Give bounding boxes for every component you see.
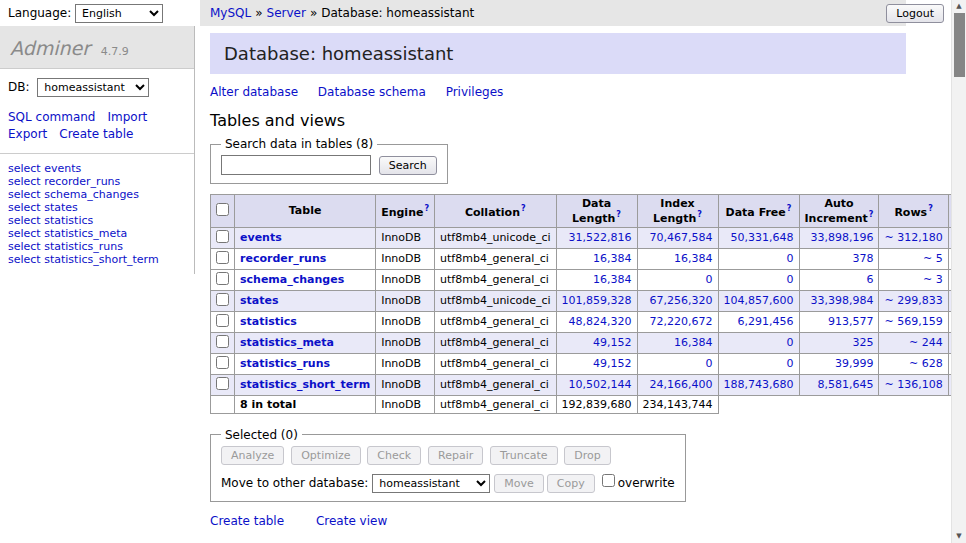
help-link[interactable]: ?: [616, 210, 621, 219]
data-free-link[interactable]: 188,743,680: [724, 378, 794, 391]
table-link[interactable]: schema_changes: [240, 273, 344, 286]
sidebar-select-states-link[interactable]: select states: [8, 201, 78, 214]
auto-increment-link[interactable]: 33,898,196: [811, 231, 874, 244]
help-link[interactable]: ?: [521, 204, 526, 213]
select-all-checkbox[interactable]: [216, 203, 229, 216]
help-link[interactable]: ?: [869, 210, 874, 219]
help-link[interactable]: ?: [424, 204, 429, 213]
sidebar-select-schema-changes-link[interactable]: select schema_changes: [8, 188, 139, 201]
search-button[interactable]: Search: [379, 156, 437, 175]
rows-link[interactable]: ~ 312,180: [884, 231, 942, 244]
optimize-button[interactable]: Optimize: [291, 446, 360, 465]
rows-link[interactable]: ~ 299,833: [884, 294, 942, 307]
row-checkbox[interactable]: [216, 272, 229, 285]
sidebar-select-recorder-runs-link[interactable]: select recorder_runs: [8, 175, 120, 188]
data-free-link[interactable]: 0: [787, 357, 794, 370]
auto-increment-link[interactable]: 33,398,984: [811, 294, 874, 307]
logout-button[interactable]: Logout: [886, 4, 944, 23]
data-length-link[interactable]: 49,152: [593, 336, 632, 349]
move-button[interactable]: Move: [494, 474, 544, 493]
data-length-link[interactable]: 31,522,816: [569, 231, 632, 244]
row-checkbox[interactable]: [216, 377, 229, 390]
repair-button[interactable]: Repair: [428, 446, 483, 465]
scrollbar-up-arrow-icon[interactable]: ▲: [952, 0, 966, 13]
index-length-link[interactable]: 72,220,672: [650, 315, 713, 328]
create-table-sidebar-link[interactable]: Create table: [59, 127, 133, 141]
sql-command-link[interactable]: SQL command: [8, 110, 95, 124]
sidebar-select-statistics-meta-link[interactable]: select statistics_meta: [8, 227, 127, 240]
scrollbar[interactable]: ▲ ▼: [951, 0, 966, 543]
data-free-link[interactable]: 6,291,456: [738, 315, 794, 328]
data-length-link[interactable]: 101,859,328: [562, 294, 632, 307]
move-db-select[interactable]: homeassistant: [372, 474, 490, 493]
auto-increment-link[interactable]: 8,581,645: [818, 378, 874, 391]
search-input[interactable]: [221, 155, 371, 175]
auto-increment-link[interactable]: 325: [852, 336, 873, 349]
help-link[interactable]: ?: [697, 210, 702, 219]
row-checkbox[interactable]: [216, 335, 229, 348]
breadcrumb-mysql-link[interactable]: MySQL: [210, 6, 251, 20]
database-schema-link[interactable]: Database schema: [318, 85, 426, 99]
rows-link[interactable]: ~ 5: [923, 252, 943, 265]
sidebar-select-statistics-short-term-link[interactable]: select statistics_short_term: [8, 253, 159, 266]
privileges-link[interactable]: Privileges: [446, 85, 504, 99]
breadcrumb-server-link[interactable]: Server: [267, 6, 306, 20]
auto-increment-link[interactable]: 39,999: [835, 357, 874, 370]
drop-button[interactable]: Drop: [564, 446, 610, 465]
sidebar-select-events-link[interactable]: select events: [8, 162, 81, 175]
data-free-link[interactable]: 0: [787, 336, 794, 349]
table-link[interactable]: events: [240, 231, 282, 244]
row-checkbox[interactable]: [216, 251, 229, 264]
index-length-link[interactable]: 0: [706, 273, 713, 286]
scrollbar-thumb[interactable]: [954, 13, 965, 77]
truncate-button[interactable]: Truncate: [490, 446, 557, 465]
table-link[interactable]: recorder_runs: [240, 252, 326, 265]
language-select[interactable]: English: [75, 4, 163, 23]
help-link[interactable]: ?: [928, 204, 933, 213]
rows-link[interactable]: ~ 569,159: [884, 315, 942, 328]
rows-link[interactable]: ~ 3: [923, 273, 943, 286]
import-link[interactable]: Import: [107, 110, 147, 124]
row-checkbox[interactable]: [216, 314, 229, 327]
data-length-link[interactable]: 49,152: [593, 357, 632, 370]
rows-link[interactable]: ~ 244: [909, 336, 943, 349]
data-free-link[interactable]: 0: [787, 273, 794, 286]
row-checkbox[interactable]: [216, 356, 229, 369]
alter-database-link[interactable]: Alter database: [210, 85, 298, 99]
data-length-link[interactable]: 10,502,144: [569, 378, 632, 391]
data-length-link[interactable]: 48,824,320: [569, 315, 632, 328]
table-link[interactable]: statistics_meta: [240, 336, 334, 349]
create-view-link[interactable]: Create view: [316, 514, 387, 528]
data-length-link[interactable]: 16,384: [593, 252, 632, 265]
help-link[interactable]: ?: [787, 204, 792, 213]
data-free-link[interactable]: 50,331,648: [731, 231, 794, 244]
data-length-link[interactable]: 16,384: [593, 273, 632, 286]
row-checkbox[interactable]: [216, 230, 229, 243]
index-length-link[interactable]: 16,384: [674, 252, 713, 265]
index-length-link[interactable]: 24,166,400: [650, 378, 713, 391]
analyze-button[interactable]: Analyze: [221, 446, 284, 465]
copy-button[interactable]: Copy: [547, 474, 595, 493]
index-length-link[interactable]: 70,467,584: [650, 231, 713, 244]
sidebar-select-statistics-runs-link[interactable]: select statistics_runs: [8, 240, 123, 253]
create-table-link[interactable]: Create table: [210, 514, 284, 528]
rows-link[interactable]: ~ 136,108: [884, 378, 942, 391]
index-length-link[interactable]: 0: [706, 357, 713, 370]
row-checkbox[interactable]: [216, 293, 229, 306]
table-link[interactable]: statistics_runs: [240, 357, 330, 370]
check-button[interactable]: Check: [367, 446, 421, 465]
table-link[interactable]: statistics_short_term: [240, 378, 370, 391]
auto-increment-link[interactable]: 6: [866, 273, 873, 286]
data-free-link[interactable]: 104,857,600: [724, 294, 794, 307]
data-free-link[interactable]: 0: [787, 252, 794, 265]
scrollbar-down-arrow-icon[interactable]: ▼: [952, 530, 966, 543]
export-link[interactable]: Export: [8, 127, 47, 141]
table-link[interactable]: statistics: [240, 315, 297, 328]
index-length-link[interactable]: 16,384: [674, 336, 713, 349]
table-link[interactable]: states: [240, 294, 279, 307]
rows-link[interactable]: ~ 628: [909, 357, 943, 370]
auto-increment-link[interactable]: 378: [852, 252, 873, 265]
auto-increment-link[interactable]: 913,577: [828, 315, 874, 328]
sidebar-select-statistics-link[interactable]: select statistics: [8, 214, 93, 227]
index-length-link[interactable]: 67,256,320: [650, 294, 713, 307]
